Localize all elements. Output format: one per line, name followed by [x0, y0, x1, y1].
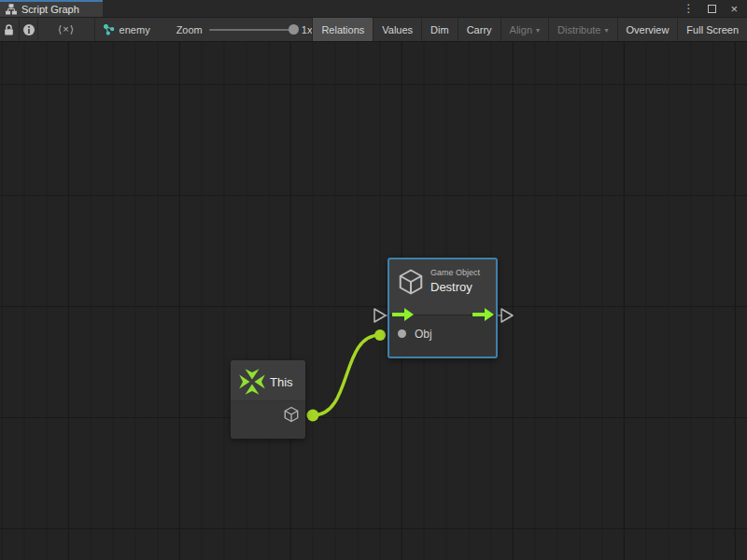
connection-start-dot[interactable]: [307, 410, 319, 422]
connection-end-dot[interactable]: [374, 329, 386, 341]
node-destroy[interactable]: Game Object Destroy Obj: [388, 258, 498, 358]
graph-canvas[interactable]: This Game Object Destroy Obj: [0, 42, 747, 560]
close-icon[interactable]: ×: [730, 3, 738, 15]
zoom-slider-handle[interactable]: [289, 24, 299, 35]
title-bar: Script Graph ⋮ ×: [0, 0, 747, 18]
window-controls: ⋮ ×: [683, 0, 747, 17]
info-icon: [22, 23, 35, 36]
node-title: This: [270, 375, 293, 389]
dim-button[interactable]: Dim: [421, 18, 458, 41]
control-flow-out-arrow-icon[interactable]: [472, 307, 495, 322]
obj-value-port[interactable]: [398, 329, 406, 338]
toolbar-buttons: Relations Values Dim Carry Align ▾ Distr…: [312, 18, 747, 41]
tab-title: Script Graph: [21, 4, 79, 15]
full-screen-button[interactable]: Full Screen: [677, 18, 747, 41]
chevron-down-icon: ▾: [605, 26, 609, 35]
node-titles: Game Object Destroy: [430, 268, 480, 294]
node-divider: [231, 400, 305, 401]
zoom-label: Zoom: [176, 24, 203, 35]
overview-button[interactable]: Overview: [617, 18, 678, 41]
carry-button[interactable]: Carry: [458, 18, 500, 41]
code-view-button[interactable]: ⟨×⟩: [38, 18, 94, 41]
tab-script-graph[interactable]: Script Graph: [0, 0, 103, 17]
graph-nodes-icon: [104, 24, 115, 35]
connections-overlay: [0, 42, 747, 560]
breadcrumb[interactable]: enemy: [104, 18, 150, 41]
window-menu-icon[interactable]: ⋮: [683, 3, 694, 14]
zoom-slider[interactable]: [209, 29, 295, 31]
this-crosshair-icon: [238, 368, 266, 396]
obj-port-label: Obj: [415, 328, 432, 341]
graph-toolbar: ⟨×⟩ enemy Zoom 1x Relations Values Dim C…: [0, 18, 747, 42]
code-icon: ⟨×⟩: [58, 23, 75, 35]
chevron-down-icon: ▾: [536, 26, 540, 35]
graph-hierarchy-icon: [6, 4, 17, 15]
control-output-triangle-port[interactable]: [501, 309, 513, 322]
game-object-cube-icon: [397, 268, 425, 296]
inspect-button[interactable]: [20, 18, 39, 41]
game-object-cube-port[interactable]: [283, 406, 300, 423]
zoom-control: Zoom 1x: [176, 18, 313, 41]
lock-icon: [3, 23, 15, 36]
connection-wire[interactable]: [313, 335, 380, 415]
zoom-value: 1x: [302, 24, 313, 35]
align-dropdown-button: Align ▾: [500, 18, 548, 41]
breadcrumb-graph-name: enemy: [120, 24, 150, 35]
relations-button[interactable]: Relations: [312, 18, 373, 41]
distribute-dropdown-button: Distribute ▾: [548, 18, 616, 41]
lock-button[interactable]: [0, 18, 20, 41]
maximize-icon[interactable]: [708, 5, 716, 13]
control-flow-in-arrow-icon[interactable]: [392, 307, 415, 322]
values-button[interactable]: Values: [373, 18, 421, 41]
node-title: Destroy: [430, 280, 480, 294]
node-this[interactable]: This: [231, 360, 305, 439]
node-subtitle: Game Object: [430, 268, 480, 277]
